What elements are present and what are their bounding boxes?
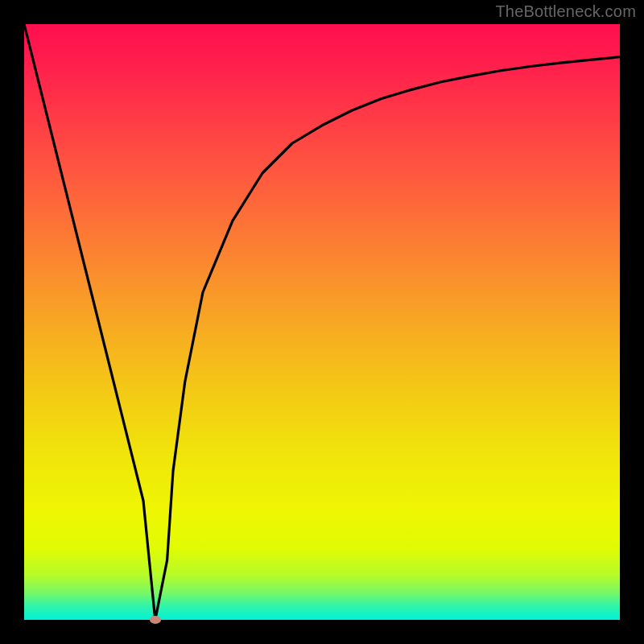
svg-rect-0	[24, 24, 620, 620]
plot-area	[24, 24, 620, 620]
optimum-marker	[150, 616, 161, 624]
background-gradient	[24, 24, 620, 620]
chart-frame: TheBottleneck.com	[0, 0, 644, 644]
attribution-text: TheBottleneck.com	[495, 2, 636, 21]
